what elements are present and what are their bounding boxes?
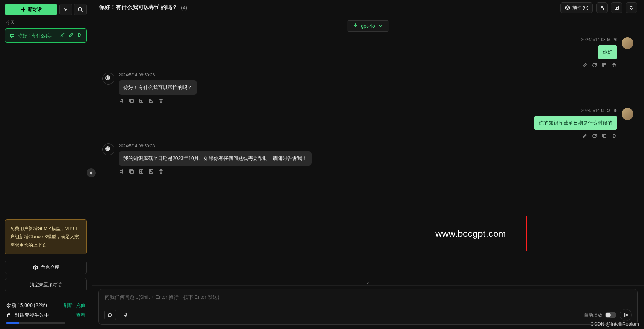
avatar [622,37,633,49]
recharge-link[interactable]: 充值 [76,302,85,309]
message-user: 2024/5/14 08:50:38 你的知识库截至日期是什么时候的 [102,108,633,139]
delete-icon[interactable] [611,62,617,68]
chevron-down-icon [378,23,383,29]
export-icon [614,5,619,11]
speak-icon[interactable] [119,98,125,104]
regenerate-icon[interactable] [591,133,598,139]
delete-icon[interactable] [158,98,164,104]
voice-button[interactable] [120,310,132,320]
edit-icon[interactable] [68,32,74,39]
svg-rect-11 [130,170,133,173]
new-chat-label: 新对话 [28,6,42,13]
section-today: 今天 [0,19,92,28]
avatar [102,143,114,155]
message-count: (4) [181,5,187,11]
search-icon [78,7,83,12]
openai-icon [105,146,112,153]
message-text: 我的知识库截至日期是2023年10月。如果你有任何问题或需要帮助，请随时告诉我！ [119,151,312,166]
mic-icon [123,312,128,318]
edit-icon[interactable] [582,133,588,139]
plan-label: 对话套餐生效中 [15,312,49,318]
svg-rect-3 [603,64,606,67]
plus-icon [20,7,26,12]
copy-icon[interactable] [128,98,135,104]
conversation-title: 你好！有什么我... [18,33,57,39]
new-chat-dropdown[interactable] [59,4,72,15]
message-assistant: 2024/5/14 08:50:38 我的知识库截至日期是2023年10月。如果… [102,143,633,175]
model-selector[interactable]: gpt-4o [347,20,389,32]
avatar [622,108,633,120]
message-user: 2024/5/14 08:50:26 你好 [102,37,633,68]
timestamp: 2024/5/14 08:50:26 [581,37,617,42]
refresh-link[interactable]: 刷新 [63,302,73,309]
plugins-button[interactable]: 插件 (0) [560,2,593,13]
calendar-icon [6,313,12,318]
collapse-all-button[interactable] [626,2,637,13]
openai-icon [105,75,112,82]
avatar [102,73,114,85]
new-chat-button[interactable]: 新对话 [5,4,57,15]
page-title: 你好！有什么我可以帮忙的吗？ [99,4,177,11]
balance-label: 余额 15,000 (22%) [6,302,47,309]
speak-icon[interactable] [119,168,125,175]
export-icon[interactable] [138,98,145,104]
pin-icon[interactable] [60,32,65,39]
auto-play-toggle[interactable] [605,312,616,318]
resize-handle[interactable]: ⌃ [366,281,370,288]
progress-bar [6,322,19,324]
sparkle-icon [353,23,358,29]
delete-icon[interactable] [76,32,82,39]
svg-rect-1 [7,314,11,317]
chevron-down-icon [63,7,68,12]
send-icon [623,312,629,318]
conversation-item[interactable]: 你好！有什么我... [5,28,87,43]
image-icon[interactable] [148,98,154,104]
clear-unpinned-button[interactable]: 清空未置顶对话 [5,278,87,291]
message-text: 你的知识库截至日期是什么时候的 [534,116,617,130]
delete-icon[interactable] [611,133,617,139]
message-assistant: 2024/5/14 08:50:26 你好！有什么我可以帮忙的吗？ [102,73,633,104]
model-name: gpt-4o [361,23,375,29]
chevron-left-icon [88,170,94,176]
whatsapp-button[interactable] [104,310,116,320]
role-store-button[interactable]: 角色仓库 [5,261,87,274]
plan-view-link[interactable]: 查看 [76,312,85,318]
svg-rect-9 [603,135,606,138]
send-button[interactable] [620,309,632,321]
regenerate-icon[interactable] [591,62,598,68]
edit-icon[interactable] [582,62,588,68]
svg-rect-5 [130,100,133,102]
export-button[interactable] [611,2,622,13]
plug-icon [565,5,570,11]
chat-icon [9,33,15,39]
delete-icon[interactable] [158,168,164,175]
timestamp: 2024/5/14 08:50:26 [119,73,197,78]
composer-input[interactable] [104,294,632,306]
sparkle-icon [599,5,605,11]
timestamp: 2024/5/14 08:50:38 [119,143,312,148]
copy-icon[interactable] [601,62,608,68]
box-icon [33,264,38,270]
search-button[interactable] [74,4,87,15]
image-icon[interactable] [148,168,154,175]
sparkle-button[interactable] [596,2,608,13]
export-icon[interactable] [138,168,145,175]
chat-scroll[interactable]: 2024/5/14 08:50:26 你好 2024/5/14 08:50: [92,33,644,285]
copy-icon[interactable] [128,168,135,175]
copy-icon[interactable] [601,133,608,139]
collapse-sidebar-button[interactable] [87,168,96,177]
auto-play-label: 自动播放 [584,312,602,318]
chat-bubble-icon [107,312,113,318]
chevrons-icon [629,5,634,11]
message-text: 你好 [598,45,617,59]
timestamp: 2024/5/14 08:50:38 [581,108,617,113]
message-text: 你好！有什么我可以帮忙的吗？ [119,80,197,95]
notice-banner: 免费用户新增GLM-4模型，VIP用户组新增Claude-3模型，满足大家需求更… [5,219,87,254]
svg-rect-15 [125,313,126,316]
